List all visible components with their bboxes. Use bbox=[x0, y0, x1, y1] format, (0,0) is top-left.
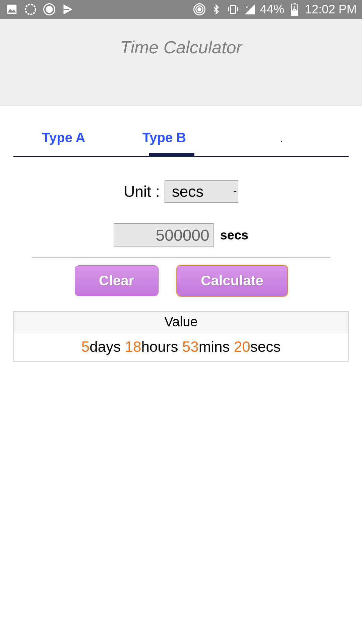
loading-icon bbox=[24, 3, 37, 16]
gallery-icon bbox=[5, 3, 18, 16]
result-secs-label: secs bbox=[250, 338, 281, 355]
value-unit-label: secs bbox=[220, 228, 249, 243]
svg-rect-9 bbox=[230, 5, 235, 13]
app-header: Time Calculator bbox=[0, 19, 362, 106]
result-hours-label: hours bbox=[141, 338, 182, 355]
svg-point-4 bbox=[46, 6, 53, 13]
svg-rect-0 bbox=[7, 5, 17, 14]
clock-time: 12:02 PM bbox=[305, 2, 357, 16]
result-header: Value bbox=[14, 312, 348, 332]
svg-rect-15 bbox=[294, 3, 296, 4]
result-value: 5days 18hours 53mins 20secs bbox=[14, 332, 348, 361]
svg-text:×: × bbox=[246, 4, 249, 9]
signal-icon: × bbox=[243, 3, 256, 16]
result-mins-label: mins bbox=[199, 338, 234, 355]
tab-type-a[interactable]: Type A bbox=[13, 119, 114, 156]
status-right: × 44% 12:02 PM bbox=[193, 2, 357, 16]
battery-icon bbox=[288, 3, 301, 16]
unit-select[interactable]: secs bbox=[165, 180, 238, 203]
unit-label: Unit : bbox=[124, 182, 160, 201]
button-row: Clear Calculate bbox=[7, 265, 355, 296]
tab-bar: Type A Type B . bbox=[13, 119, 349, 157]
unit-row: Unit : secs bbox=[7, 180, 355, 203]
battery-percent: 44% bbox=[260, 2, 284, 16]
input-row: secs bbox=[32, 223, 330, 258]
status-left-icons bbox=[5, 3, 74, 16]
app-title: Time Calculator bbox=[120, 37, 242, 57]
circle-icon bbox=[43, 3, 56, 16]
result-table: Value 5days 18hours 53mins 20secs bbox=[13, 311, 349, 362]
status-bar: × 44% 12:02 PM bbox=[0, 0, 362, 19]
result-days-num: 5 bbox=[81, 338, 89, 355]
clear-button[interactable]: Clear bbox=[75, 265, 159, 296]
svg-point-2 bbox=[25, 4, 36, 14]
bluetooth-icon bbox=[210, 3, 223, 16]
play-store-icon bbox=[62, 3, 74, 16]
tab-type-b[interactable]: Type B bbox=[114, 119, 215, 156]
vibrate-icon bbox=[227, 3, 239, 16]
tab-dot[interactable]: . bbox=[215, 119, 349, 156]
hotspot-icon bbox=[193, 3, 206, 16]
calculate-button[interactable]: Calculate bbox=[177, 265, 288, 296]
svg-point-6 bbox=[198, 8, 201, 11]
result-secs-num: 20 bbox=[234, 338, 250, 355]
result-days-label: days bbox=[89, 338, 125, 355]
tab-indicator bbox=[149, 153, 194, 157]
result-hours-num: 18 bbox=[125, 338, 141, 355]
main-content: Type A Type B . Unit : secs secs Clear C… bbox=[0, 106, 362, 390]
value-input[interactable] bbox=[114, 223, 214, 247]
result-mins-num: 53 bbox=[182, 338, 199, 355]
